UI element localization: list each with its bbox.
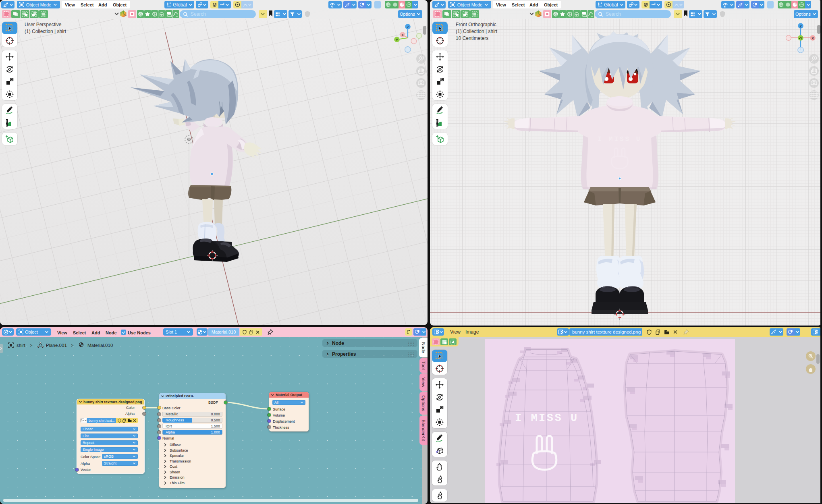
svg-text:X: X <box>812 36 814 40</box>
svg-text:I MISS U: I MISS U <box>515 412 579 424</box>
svg-text:Z: Z <box>407 25 409 29</box>
svg-text:X: X <box>401 33 404 37</box>
svg-text:Z: Z <box>799 24 802 28</box>
svg-text:-Y: -Y <box>799 36 803 40</box>
svg-text:Y: Y <box>396 38 398 42</box>
svg-text:I MISS U: I MISS U <box>598 136 642 143</box>
